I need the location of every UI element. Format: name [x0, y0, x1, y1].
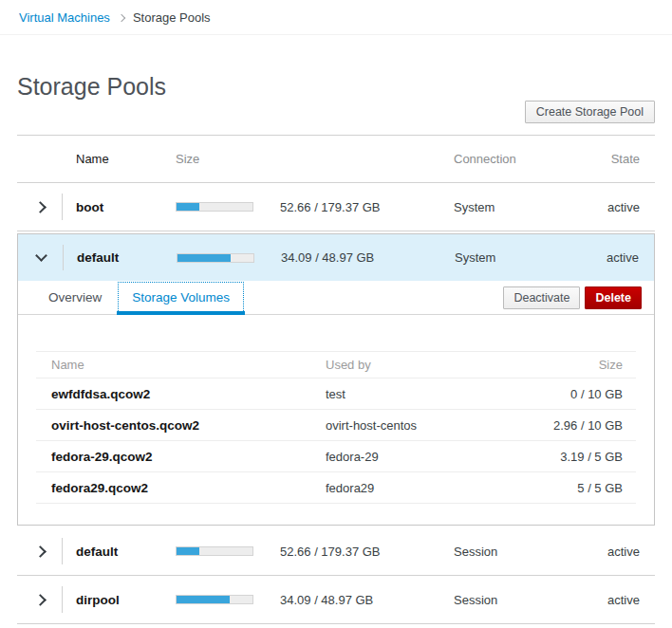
progress-fill [177, 254, 231, 262]
volume-name: fedora-29.qcow2 [36, 450, 326, 464]
column-header-name: Name [63, 152, 176, 166]
progress-fill [177, 596, 230, 603]
volume-size: 5 / 5 GB [513, 481, 636, 495]
chevron-down-icon [35, 249, 47, 262]
collapse-toggle[interactable] [18, 234, 64, 281]
pool-connection: Session [454, 593, 549, 607]
volume-row[interactable]: ovirt-host-centos.qcow2 ovirt-host-cento… [36, 410, 636, 441]
chevron-right-icon [34, 545, 47, 558]
volume-used-by: fedora29 [326, 481, 513, 495]
pool-usage-bar [176, 595, 275, 604]
page-title: Storage Pools [17, 73, 655, 101]
progress-track [176, 202, 253, 212]
column-header-used-by: Used by [326, 358, 513, 372]
tab-overview[interactable]: Overview [33, 281, 117, 314]
expand-toggle[interactable] [17, 183, 63, 231]
angle-right-icon [118, 14, 125, 22]
storage-pools-table: Name Size Connection State boot 52.66 / … [17, 135, 655, 624]
volume-used-by: test [326, 387, 513, 401]
progress-track [177, 253, 254, 263]
volume-used-by: fedora-29 [326, 450, 513, 464]
tab-storage-volumes[interactable]: Storage Volumes [117, 281, 245, 314]
progress-fill [177, 547, 199, 555]
pool-size: 34.09 / 48.97 GB [276, 250, 455, 265]
volume-used-by: ovirt-host-centos [326, 418, 513, 433]
pool-usage-bar [177, 253, 276, 263]
volume-name: fedora29.qcow2 [36, 481, 326, 495]
volume-size: 2.96 / 10 GB [513, 418, 636, 433]
pool-size: 52.66 / 179.37 GB [275, 200, 454, 214]
column-header-state: State [549, 152, 655, 166]
volume-row[interactable]: fedora-29.qcow2 fedora-29 3.19 / 5 GB [36, 441, 636, 472]
create-storage-pool-button[interactable]: Create Storage Pool [525, 101, 655, 123]
storage-volumes-table: Name Used by Size ewfdfdsa.qcow2 test 0 … [36, 351, 636, 504]
deactivate-button[interactable]: Deactivate [503, 286, 580, 309]
pool-usage-bar [176, 202, 275, 212]
volumes-header-row: Name Used by Size [36, 352, 636, 379]
pool-state: active [549, 545, 655, 559]
pool-size: 34.09 / 48.97 GB [275, 593, 454, 607]
pool-state: active [550, 250, 654, 265]
delete-button[interactable]: Delete [585, 286, 642, 309]
pool-state: active [549, 200, 655, 214]
storage-volumes-panel: Name Used by Size ewfdfdsa.qcow2 test 0 … [18, 315, 654, 525]
breadcrumb-link-virtual-machines[interactable]: Virtual Machines [19, 10, 110, 25]
pool-name: dirpool [63, 593, 176, 607]
table-header-row: Name Size Connection State [17, 135, 655, 183]
chevron-right-icon [34, 201, 47, 213]
column-header-volume-size: Size [513, 358, 636, 372]
table-row-pool-dirpool[interactable]: dirpool 34.09 / 48.97 GB Session active [17, 576, 655, 624]
pool-connection: System [455, 250, 550, 265]
progress-track [176, 595, 253, 604]
pool-connection: System [454, 200, 549, 214]
volume-row[interactable]: fedora29.qcow2 fedora29 5 / 5 GB [36, 472, 636, 504]
column-header-connection: Connection [454, 152, 549, 166]
pool-state: active [549, 593, 655, 607]
pool-detail-tabs: Overview Storage Volumes Deactivate Dele… [18, 281, 654, 315]
table-row-pool-default-expanded[interactable]: default 34.09 / 48.97 GB System active [18, 234, 654, 281]
table-row-pool-default-session[interactable]: default 52.66 / 179.37 GB Session active [17, 527, 655, 576]
breadcrumb-current: Storage Pools [133, 10, 211, 25]
chevron-right-icon [34, 594, 47, 606]
expanded-pool-default: default 34.09 / 48.97 GB System active O… [17, 233, 655, 526]
header-expand-spacer [17, 136, 63, 182]
table-row-pool-boot[interactable]: boot 52.66 / 179.37 GB System active [17, 183, 655, 231]
expand-toggle[interactable] [17, 576, 63, 623]
pool-size: 52.66 / 179.37 GB [275, 545, 454, 559]
pool-connection: Session [454, 545, 549, 559]
expand-toggle[interactable] [17, 527, 63, 575]
page-content: Storage Pools Create Storage Pool Name S… [0, 73, 672, 624]
column-header-size: Size [176, 152, 275, 166]
page-actions: Create Storage Pool [17, 101, 655, 123]
progress-fill [177, 203, 199, 211]
column-header-volume-name: Name [36, 358, 326, 372]
pool-action-buttons: Deactivate Delete [503, 281, 654, 314]
volume-name: ewfdfdsa.qcow2 [36, 387, 326, 401]
pool-name: default [64, 250, 177, 265]
progress-track [176, 546, 253, 556]
pool-name: default [63, 545, 176, 559]
volume-size: 3.19 / 5 GB [513, 450, 636, 464]
volume-size: 0 / 10 GB [513, 387, 636, 401]
volume-name: ovirt-host-centos.qcow2 [36, 418, 326, 433]
volume-row[interactable]: ewfdfdsa.qcow2 test 0 / 10 GB [36, 379, 636, 410]
pool-name: boot [63, 200, 176, 214]
breadcrumb: Virtual Machines Storage Pools [0, 0, 672, 35]
pool-usage-bar [176, 546, 275, 556]
